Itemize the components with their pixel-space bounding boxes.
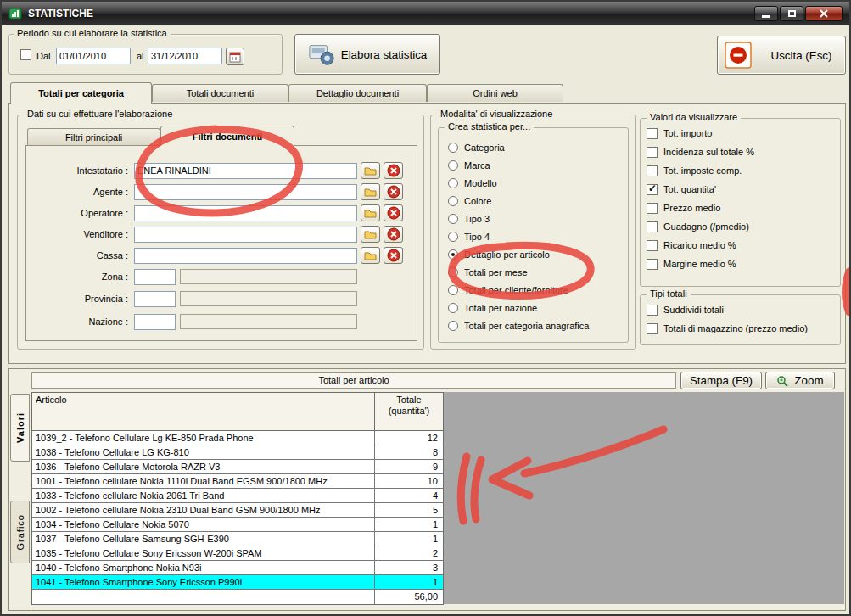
radio-totali-per-cliente-fornitore[interactable]: Totali per cliente/fornitore [448, 284, 568, 296]
table-row[interactable]: 1038 - Telefono Cellulare LG KG-8108 [32, 445, 443, 460]
close-button[interactable] [805, 6, 843, 21]
cassa-input[interactable] [134, 248, 357, 264]
cell-articolo[interactable]: 1034 - Telefono Cellulare Nokia 5070 [32, 518, 375, 531]
cell-totale[interactable]: 3 [375, 561, 443, 574]
zona-code-input[interactable] [134, 269, 176, 285]
venditore-input[interactable] [134, 227, 357, 243]
cell-totale[interactable]: 9 [375, 460, 443, 473]
table-row[interactable]: 1001 - Telefono cellulare Nokia 1110i Du… [32, 474, 443, 489]
zoom-magnifier-icon [776, 375, 788, 387]
check-tot-imposte-comp[interactable]: Tot. imposte comp. [647, 165, 742, 176]
table-row[interactable]: 1002 - Telefono cellulare Nokia 2310 Dua… [32, 503, 443, 518]
cell-articolo[interactable]: 1002 - Telefono cellulare Nokia 2310 Dua… [32, 503, 375, 517]
cell-totale[interactable]: 1 [375, 575, 443, 589]
check-suddividi-totali[interactable]: Suddividi totali [647, 304, 724, 316]
check-guadagno[interactable]: Guadagno (/pmedio) [647, 221, 749, 232]
uscita-label: Uscita (Esc) [758, 49, 845, 62]
check-incidenza-sul-totale[interactable]: Incidenza sul totale % [647, 146, 754, 158]
cell-totale[interactable]: 8 [375, 445, 443, 459]
minimize-button[interactable] [754, 6, 778, 21]
cell-totale[interactable]: 1 [375, 532, 443, 546]
field-row-zona: Zona : [36, 268, 357, 285]
checkbox-label: Margine medio % [663, 259, 736, 269]
cell-articolo[interactable]: 1037 - Telefono Cellulare Samsung SGH-E3… [32, 532, 375, 546]
subtab-filtri-principali[interactable]: Filtri principali [27, 128, 160, 145]
intestatario-input[interactable] [134, 163, 357, 179]
nazione-code-input[interactable] [134, 314, 176, 330]
table-row-selected[interactable]: 1041 - Telefono Smartphone Sony Ericsson… [32, 575, 443, 590]
radio-marca[interactable]: Marca [448, 160, 490, 171]
date-to-input[interactable] [148, 48, 222, 64]
cell-totale[interactable]: 2 [375, 546, 443, 560]
radio-totali-per-categoria-anagrafica[interactable]: Totali per categoria anagrafica [448, 320, 589, 332]
date-from-input[interactable] [56, 48, 131, 64]
check-tot-importo[interactable]: Tot. importo [647, 127, 712, 139]
cell-articolo[interactable]: 1039_2 - Telefono Cellulare Lg KE-850 Pr… [32, 431, 375, 445]
title-bar[interactable]: STATISTICHE [2, 2, 849, 25]
radio-colore[interactable]: Colore [448, 195, 491, 207]
cell-articolo[interactable]: 1036 - Telefono Cellulare Motorola RAZR … [32, 460, 375, 473]
table-row[interactable]: 1039_2 - Telefono Cellulare Lg KE-850 Pr… [32, 431, 443, 445]
column-header-totale[interactable]: Totale (quantita') [375, 393, 443, 430]
cassa-clear-button[interactable] [384, 247, 403, 264]
checkbox-icon [647, 240, 658, 251]
uscita-button[interactable]: Uscita (Esc) [717, 36, 846, 75]
check-totali-di-magazzino[interactable]: Totali di magazzino (prezzo medio) [647, 322, 808, 334]
cell-articolo[interactable]: 1041 - Telefono Smartphone Sony Ericsson… [32, 575, 375, 589]
radio-totali-per-nazione[interactable]: Totali per nazione [448, 302, 537, 314]
radio-totali-per-mese[interactable]: Totali per mese [448, 266, 528, 278]
tab-totali-documenti[interactable]: Totali documenti [152, 84, 288, 102]
tab-dettaglio-documenti[interactable]: Dettaglio documenti [288, 84, 427, 102]
radio-categoria[interactable]: Categoria [448, 142, 505, 154]
agente-input[interactable] [134, 184, 357, 200]
elabora-statistica-button[interactable]: Elabora statistica [294, 34, 440, 75]
table-row[interactable]: 1033 - Telefono cellulare Nokia 2061 Tri… [32, 489, 443, 503]
agente-folder-button[interactable] [361, 183, 380, 200]
radio-tipo-4[interactable]: Tipo 4 [448, 231, 490, 243]
cell-totale[interactable]: 5 [375, 503, 443, 517]
cell-totale[interactable]: 12 [375, 431, 443, 445]
cassa-folder-button[interactable] [361, 247, 380, 264]
operatore-input[interactable] [134, 205, 357, 221]
cell-articolo[interactable]: 1033 - Telefono cellulare Nokia 2061 Tri… [32, 489, 375, 502]
radio-dettaglio-per-articolo[interactable]: Dettaglio per articolo [448, 249, 550, 260]
cell-articolo[interactable]: 1040 - Telefono Smartphone Nokia N93i [32, 561, 375, 574]
subtab-filtri-documenti[interactable]: Filtri documenti [160, 126, 294, 146]
table-row[interactable]: 1036 - Telefono Cellulare Motorola RAZR … [32, 460, 443, 474]
cell-articolo[interactable]: 1001 - Telefono cellulare Nokia 1110i Du… [32, 474, 375, 488]
tab-totali-per-categoria[interactable]: Totali per categoria [10, 82, 152, 104]
check-ricarico-medio[interactable]: Ricarico medio % [647, 239, 736, 251]
intestatario-clear-button[interactable] [384, 162, 403, 179]
table-row[interactable]: 1034 - Telefono Cellulare Nokia 50701 [32, 518, 443, 532]
calendar-button[interactable] [226, 48, 244, 65]
check-margine-medio[interactable]: Margine medio % [647, 258, 736, 270]
operatore-clear-button[interactable] [384, 204, 403, 221]
intestatario-folder-button[interactable] [361, 162, 380, 179]
agente-clear-button[interactable] [384, 183, 403, 200]
check-tot-quantita[interactable]: Tot. quantita' [647, 183, 716, 195]
table-row[interactable]: 1035 - Telefono Cellulare Sony Ericsson … [32, 546, 443, 561]
stampa-button[interactable]: Stampa (F9) [680, 372, 762, 389]
column-header-articolo[interactable]: Articolo [32, 393, 375, 430]
radio-tipo-3[interactable]: Tipo 3 [448, 213, 490, 225]
operatore-folder-button[interactable] [361, 204, 380, 221]
zoom-button[interactable]: Zoom [765, 372, 835, 389]
cell-totale[interactable]: 10 [375, 474, 443, 488]
checkbox-label: Tot. importo [663, 128, 712, 138]
venditore-folder-button[interactable] [361, 226, 380, 243]
radio-modello[interactable]: Modello [448, 177, 497, 189]
side-tab-grafico[interactable]: Grafico [10, 501, 30, 563]
provincia-code-input[interactable] [134, 291, 176, 307]
cell-articolo[interactable]: 1038 - Telefono Cellulare LG KG-810 [32, 445, 375, 459]
maximize-button[interactable] [780, 6, 803, 21]
side-tab-valori[interactable]: Valori [10, 394, 30, 462]
venditore-clear-button[interactable] [384, 226, 403, 243]
cell-totale[interactable]: 4 [375, 489, 443, 502]
tab-ordini-web[interactable]: Ordini web [427, 84, 563, 102]
check-prezzo-medio[interactable]: Prezzo medio [647, 202, 720, 214]
cell-totale[interactable]: 1 [375, 518, 443, 531]
table-row[interactable]: 1037 - Telefono Cellulare Samsung SGH-E3… [32, 532, 443, 546]
cell-articolo[interactable]: 1035 - Telefono Cellulare Sony Ericsson … [32, 546, 375, 560]
dal-checkbox[interactable] [20, 49, 31, 60]
table-row[interactable]: 1040 - Telefono Smartphone Nokia N93i3 [32, 561, 443, 575]
